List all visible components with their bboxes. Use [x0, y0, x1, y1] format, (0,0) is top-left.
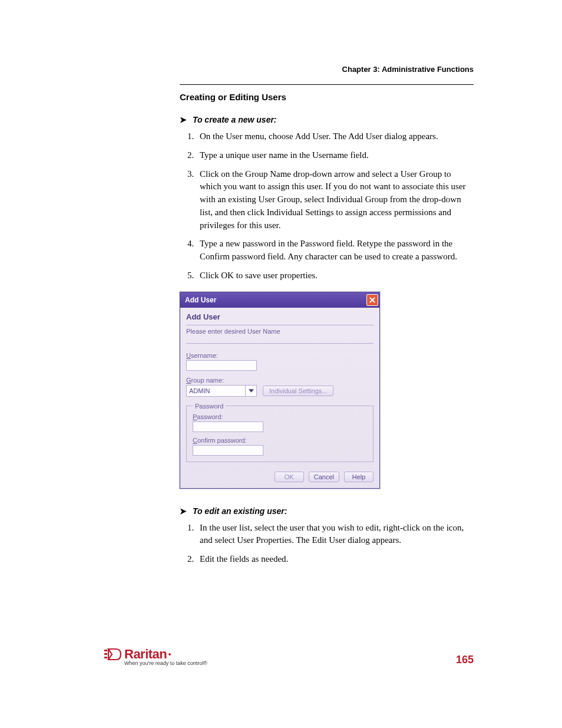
- password-legend: Password: [193, 403, 226, 410]
- chevron-down-icon: [245, 386, 256, 396]
- logo-dot-icon: [168, 653, 171, 655]
- groupname-select[interactable]: ADMIN: [186, 385, 257, 397]
- logo-icon: [103, 648, 123, 661]
- list-item: In the user list, select the user that y…: [196, 522, 474, 548]
- dialog-title: Add User: [185, 296, 216, 304]
- password-fieldset: Password Password: Confirm password:: [186, 403, 373, 462]
- list-item: Edit the fields as needed.: [196, 553, 474, 566]
- cancel-button[interactable]: Cancel: [309, 472, 339, 482]
- bullet-arrow-icon: ➤: [180, 506, 190, 516]
- username-label: Username:: [186, 352, 373, 359]
- add-user-dialog: Add User Add User Please enter desired U…: [180, 292, 380, 489]
- close-button[interactable]: [366, 294, 378, 306]
- password-label: Password:: [193, 413, 367, 420]
- procedure-edit-title: To edit an existing user:: [193, 506, 287, 516]
- dialog-heading: Add User: [186, 312, 373, 325]
- groupname-label: Group name:: [186, 377, 373, 384]
- bullet-arrow-icon: ➤: [180, 115, 190, 124]
- help-button[interactable]: Help: [344, 472, 373, 482]
- chapter-label: Chapter 3: Administrative Functions: [103, 65, 474, 74]
- edit-steps-list: In the user list, select the user that y…: [180, 522, 474, 566]
- brand-tagline: When you're ready to take control®: [124, 661, 207, 666]
- procedure-create-title: To create a new user:: [193, 115, 277, 124]
- username-input[interactable]: [186, 360, 257, 371]
- list-item: Click OK to save user properties.: [196, 269, 474, 282]
- list-item: Click on the Group Name drop-down arrow …: [196, 168, 474, 232]
- page-number: 165: [456, 654, 474, 666]
- list-item: On the User menu, choose Add User. The A…: [196, 130, 474, 143]
- brand-name: Raritan: [124, 648, 167, 661]
- password-input[interactable]: [193, 421, 263, 432]
- individual-settings-button[interactable]: IIndividual Settings...ndividual Setting…: [263, 386, 333, 396]
- confirm-password-label: Confirm password:: [193, 437, 367, 444]
- section-rule: [180, 84, 474, 85]
- procedure-edit-header: ➤ To edit an existing user:: [180, 506, 474, 516]
- list-item: Type a new password in the Password fiel…: [196, 238, 474, 263]
- section-title: Creating or Editing Users: [180, 92, 474, 102]
- list-item: Type a unique user name in the Username …: [196, 149, 474, 162]
- procedure-create-header: ➤ To create a new user:: [180, 115, 474, 124]
- dialog-titlebar: Add User: [180, 292, 379, 308]
- brand-logo: Raritan When you're ready to take contro…: [103, 648, 207, 666]
- ok-button[interactable]: OK: [275, 472, 304, 482]
- confirm-password-input[interactable]: [193, 445, 263, 456]
- close-icon: [369, 297, 375, 303]
- groupname-selected: ADMIN: [189, 387, 210, 394]
- create-steps-list: On the User menu, choose Add User. The A…: [180, 130, 474, 282]
- dialog-instruction: Please enter desired User Name: [186, 328, 373, 344]
